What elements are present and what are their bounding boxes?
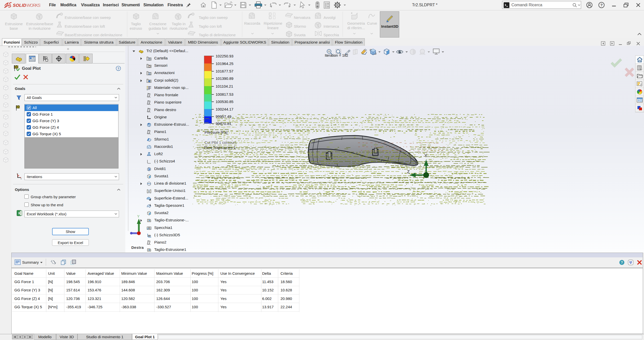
svg-text:3D: 3D bbox=[148, 234, 151, 237]
svg-text:A: A bbox=[148, 73, 150, 75]
svg-text:WORKS: WORKS bbox=[26, 3, 41, 8]
svg-text:Z: Z bbox=[407, 169, 410, 174]
svg-text:Y: Y bbox=[424, 153, 427, 158]
svg-text:Y: Y bbox=[137, 215, 140, 218]
svg-text:P: P bbox=[17, 173, 18, 175]
svg-text:?: ? bbox=[600, 3, 602, 7]
svg-text:s: s bbox=[21, 178, 22, 180]
svg-text:?: ? bbox=[621, 260, 623, 264]
svg-text:?: ? bbox=[117, 67, 119, 71]
svg-text:X: X bbox=[18, 212, 20, 215]
svg-text:SOLID: SOLID bbox=[13, 3, 26, 8]
